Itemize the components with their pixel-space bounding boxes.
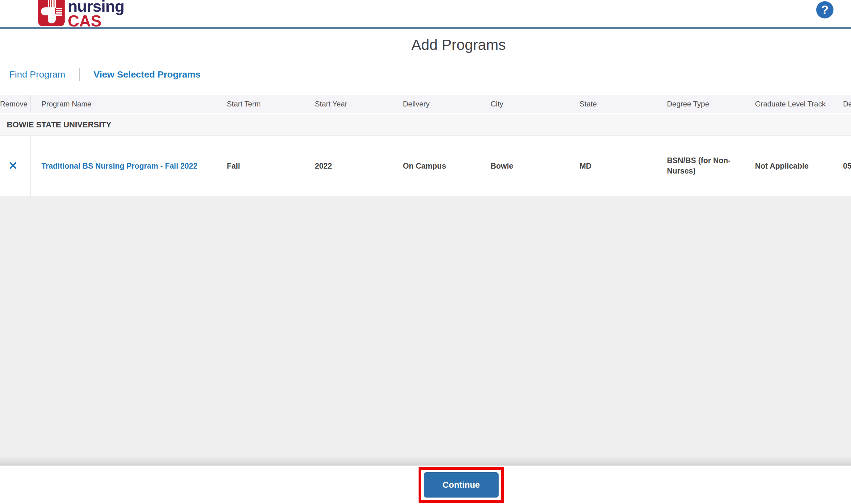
help-icon[interactable]: ? xyxy=(816,1,833,18)
page-title: Add Programs xyxy=(411,37,506,53)
program-tabs: Find Program View Selected Programs xyxy=(9,67,851,82)
column-header-start-year: Start Year xyxy=(315,95,403,113)
column-header-state: State xyxy=(580,95,667,113)
degree-type-line1: BSN/BS (for Non- xyxy=(667,156,755,166)
city-cell: Bowie xyxy=(491,136,580,196)
column-header-program-name: Program Name xyxy=(31,95,227,113)
app-header: nursing CAS ? xyxy=(0,0,851,27)
program-name-cell: Traditional BS Nursing Program - Fall 20… xyxy=(31,136,227,196)
column-header-delivery: Delivery xyxy=(403,95,491,113)
selected-programs-table: Remove Program Name Start Term Start Yea… xyxy=(0,95,851,196)
brand-name-cas: CAS xyxy=(68,12,102,30)
tab-view-selected-programs[interactable]: View Selected Programs xyxy=(93,69,201,80)
nursingcas-logo-icon xyxy=(38,0,65,26)
column-header-degree-type: Degree Type xyxy=(667,95,755,113)
state-cell: MD xyxy=(580,136,667,196)
title-row: Add Programs xyxy=(0,36,851,54)
table-header-row: Remove Program Name Start Term Start Yea… xyxy=(0,95,851,113)
deadline-cell-truncated: 05 xyxy=(843,136,851,196)
column-header-graduate-level-track: Graduate Level Track xyxy=(755,95,843,113)
header-divider-rule xyxy=(0,27,851,29)
table-row: ✕ Traditional BS Nursing Program - Fall … xyxy=(0,136,851,196)
nursingcas-logo[interactable]: nursing CAS xyxy=(38,0,131,26)
university-group-row: BOWIE STATE UNIVERSITY xyxy=(0,113,851,136)
column-header-remove: Remove xyxy=(0,95,31,113)
column-header-city: City xyxy=(491,95,580,113)
column-header-start-term: Start Term xyxy=(227,95,315,113)
program-name-link[interactable]: Traditional BS Nursing Program - Fall 20… xyxy=(41,162,198,170)
remove-program-icon[interactable]: ✕ xyxy=(8,160,18,172)
red-annotation-highlight: Continue xyxy=(419,467,504,503)
delivery-cell: On Campus xyxy=(403,136,491,196)
tab-divider xyxy=(79,68,80,81)
start-year-cell: 2022 xyxy=(315,136,403,196)
content-background-area xyxy=(0,196,851,466)
tab-find-program[interactable]: Find Program xyxy=(9,69,65,80)
university-group-label: BOWIE STATE UNIVERSITY xyxy=(0,113,851,136)
degree-type-cell: BSN/BS (for Non- Nurses) xyxy=(667,136,755,196)
continue-button[interactable]: Continue xyxy=(424,472,499,498)
graduate-level-track-cell: Not Applicable xyxy=(755,136,843,196)
footer-action-bar: Continue xyxy=(0,466,851,504)
help-glyph: ? xyxy=(821,3,829,17)
remove-cell: ✕ xyxy=(0,136,31,196)
column-header-deadline-truncated: De xyxy=(843,95,851,113)
start-term-cell: Fall xyxy=(227,136,315,196)
degree-type-line2: Nurses) xyxy=(667,166,755,176)
